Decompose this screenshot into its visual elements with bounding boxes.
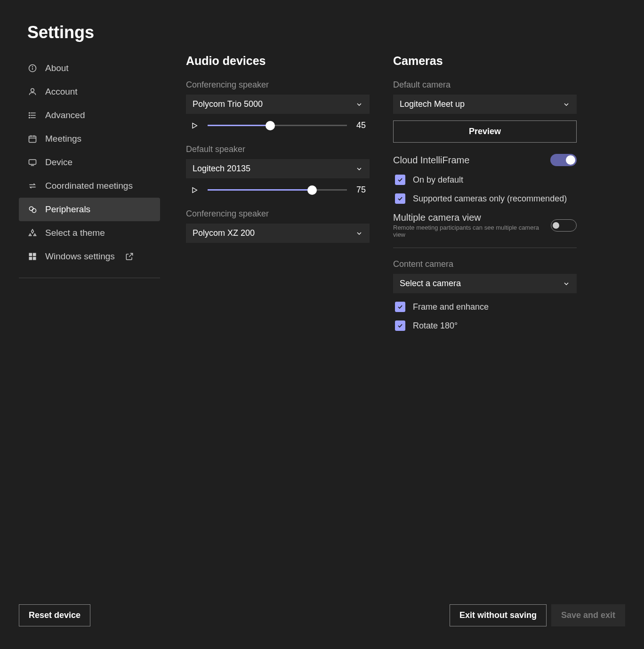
svg-point-9 (29, 117, 30, 118)
sidebar-item-label: Select a theme (45, 228, 105, 238)
supported-only-label: Supported cameras only (recommended) (413, 194, 567, 204)
calendar-icon (27, 134, 38, 144)
info-icon (27, 63, 38, 73)
conf-speaker-slider[interactable] (208, 125, 347, 126)
chevron-down-icon (563, 101, 570, 108)
conf-speaker-label: Conferencing speaker (186, 80, 370, 90)
default-camera-value: Logitech Meet up (400, 99, 465, 109)
list-icon (27, 110, 38, 120)
sidebar-item-peripherals[interactable]: Peripherals (19, 198, 160, 221)
footer-right: Exit without saving Save and exit (450, 604, 625, 626)
sidebar-item-coordinated-meetings[interactable]: Coordinated meetings (19, 174, 160, 198)
sidebar-item-label: Advanced (45, 110, 85, 120)
conf-speaker2-value: Polycom XZ 200 (193, 228, 255, 238)
external-link-icon (124, 251, 135, 262)
frame-enhance-label: Frame and enhance (413, 302, 489, 312)
windows-icon (27, 251, 38, 262)
svg-rect-19 (33, 253, 36, 256)
chevron-down-icon (355, 101, 363, 108)
conf-speaker-dropdown[interactable]: Polycom Trio 5000 (186, 95, 370, 114)
sidebar-item-label: About (45, 63, 69, 73)
sidebar-item-about[interactable]: About (19, 56, 160, 80)
sidebar-item-label: Account (45, 87, 78, 97)
svg-point-16 (29, 207, 33, 210)
on-by-default-label: On by default (413, 175, 463, 185)
theme-icon (27, 228, 38, 238)
sidebar-item-label: Windows settings (45, 251, 115, 262)
conf-speaker2-label: Conferencing speaker (186, 209, 370, 219)
cameras-section-title: Cameras (393, 54, 577, 68)
sidebar-item-meetings[interactable]: Meetings (19, 127, 160, 151)
supported-only-row: Supported cameras only (recommended) (393, 193, 577, 204)
conf-speaker-value: Polycom Trio 5000 (193, 99, 263, 109)
multiview-label: Multiple camera view (393, 212, 551, 223)
on-by-default-row: On by default (393, 175, 577, 185)
sidebar-item-windows-settings[interactable]: Windows settings (19, 245, 160, 268)
audio-section-title: Audio devices (186, 54, 370, 68)
chevron-down-icon (355, 165, 363, 173)
sidebar-item-theme[interactable]: Select a theme (19, 221, 160, 245)
preview-button[interactable]: Preview (393, 120, 577, 143)
person-icon (27, 87, 38, 97)
svg-point-7 (29, 112, 30, 113)
exit-without-saving-button[interactable]: Exit without saving (450, 604, 547, 626)
default-speaker-value: Logitech 20135 (193, 164, 250, 174)
sidebar-item-advanced[interactable]: Advanced (19, 104, 160, 127)
chevron-down-icon (563, 280, 570, 288)
on-by-default-checkbox[interactable] (395, 175, 405, 185)
chevron-down-icon (355, 230, 363, 237)
svg-point-2 (32, 66, 33, 67)
svg-rect-20 (29, 257, 32, 260)
default-speaker-slider[interactable] (208, 189, 347, 191)
sidebar-item-label: Meetings (45, 134, 81, 144)
intelliframe-toggle[interactable] (550, 154, 577, 166)
svg-rect-21 (33, 257, 36, 260)
play-icon[interactable] (191, 186, 198, 194)
multiview-sub: Remote meeting participants can see mult… (393, 224, 551, 238)
monitor-icon (27, 157, 38, 168)
arrows-icon (27, 181, 38, 191)
conf-speaker-volume-row: 45 (186, 120, 370, 130)
svg-rect-18 (29, 253, 32, 256)
svg-point-8 (29, 115, 30, 116)
content-camera-label: Content camera (393, 259, 577, 269)
multiview-row: Multiple camera view Remote meeting part… (393, 212, 577, 238)
save-and-exit-button[interactable]: Save and exit (551, 604, 625, 626)
multiview-toggle[interactable] (551, 219, 577, 232)
default-camera-label: Default camera (393, 80, 577, 90)
frame-enhance-checkbox[interactable] (395, 302, 405, 312)
conf-speaker-volume-value: 45 (356, 120, 370, 130)
content-camera-dropdown[interactable]: Select a camera (393, 274, 577, 293)
content-camera-value: Select a camera (400, 279, 461, 288)
supported-only-checkbox[interactable] (395, 193, 405, 204)
sidebar-item-label: Device (45, 157, 72, 168)
audio-column: Audio devices Conferencing speaker Polyc… (186, 54, 370, 339)
svg-marker-22 (193, 123, 197, 128)
sidebar-item-account[interactable]: Account (19, 80, 160, 104)
default-speaker-volume-row: 75 (186, 185, 370, 195)
svg-rect-14 (29, 160, 36, 164)
rotate-label: Rotate 180° (413, 321, 458, 331)
rotate-checkbox[interactable] (395, 320, 405, 331)
play-icon[interactable] (191, 122, 198, 129)
default-speaker-label: Default speaker (186, 144, 370, 154)
intelliframe-row: Cloud IntelliFrame (393, 154, 577, 166)
peripherals-icon (27, 204, 38, 215)
sidebar-item-device[interactable]: Device (19, 151, 160, 174)
footer: Reset device Exit without saving Save an… (19, 604, 625, 626)
sidebar: About Account Advanced Meetings Device C… (19, 56, 160, 278)
svg-point-17 (32, 208, 36, 212)
conf-speaker2-dropdown[interactable]: Polycom XZ 200 (186, 224, 370, 243)
sidebar-item-label: Coordinated meetings (45, 181, 133, 191)
default-speaker-dropdown[interactable]: Logitech 20135 (186, 159, 370, 178)
sidebar-divider (19, 278, 160, 278)
frame-enhance-row: Frame and enhance (393, 302, 577, 312)
sidebar-item-label: Peripherals (45, 204, 90, 215)
reset-device-button[interactable]: Reset device (19, 604, 90, 626)
default-camera-dropdown[interactable]: Logitech Meet up (393, 95, 577, 114)
svg-marker-23 (193, 187, 197, 192)
page-title: Settings (0, 0, 644, 42)
main-content: Audio devices Conferencing speaker Polyc… (186, 54, 616, 339)
cameras-column: Cameras Default camera Logitech Meet up … (393, 54, 577, 339)
default-speaker-volume-value: 75 (356, 185, 370, 195)
